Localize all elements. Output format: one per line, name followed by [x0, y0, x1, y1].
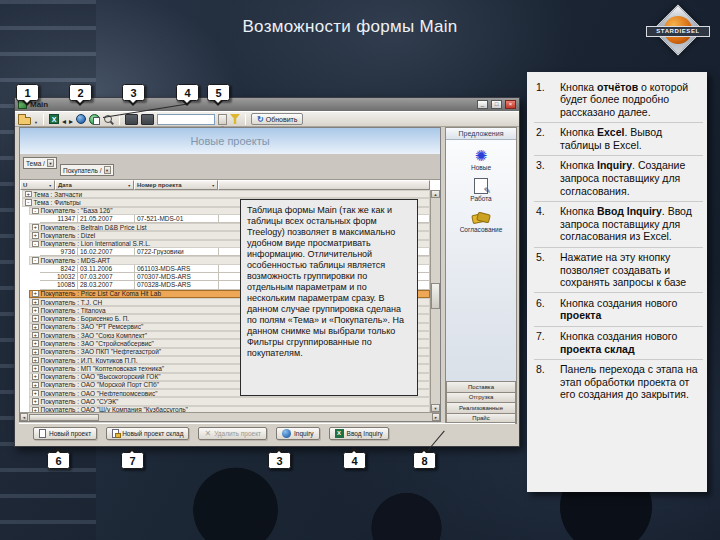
chip-dropdown-icon[interactable]	[104, 166, 111, 174]
callout-6: 6	[47, 452, 70, 469]
expand-toggle-icon[interactable]: +	[32, 324, 39, 331]
scroll-down-icon[interactable]	[431, 404, 440, 412]
cell-id: 11347	[40, 215, 78, 223]
chip-dropdown-icon[interactable]	[47, 159, 54, 167]
projects-table-pane: Новые проекты Тема / Покупатель / U Дата	[19, 127, 441, 422]
app-toolbar: Обновить	[15, 111, 519, 127]
nav-forward-icon[interactable]	[69, 110, 73, 128]
note-item-4: 4. Кнопка Ввод Inquiry. Ввод запроса пос…	[534, 201, 703, 247]
cell-id: 10032	[40, 273, 78, 281]
stage-item[interactable]: Новые	[460, 147, 503, 171]
stage-item[interactable]: Работа	[460, 178, 503, 202]
expand-toggle-icon[interactable]: +	[32, 357, 39, 364]
expand-toggle-icon[interactable]: +	[32, 390, 39, 397]
horizontal-scroll-thumb[interactable]	[29, 414, 99, 421]
stage-list: Новые Работа Согласование	[460, 140, 503, 233]
stage-panel-header: Предложения	[446, 128, 516, 140]
callout-4b: 4	[343, 452, 366, 469]
cell-date: 28.03.2007	[78, 281, 135, 289]
expand-toggle-icon[interactable]: +	[25, 191, 32, 198]
horizontal-scrollbar[interactable]	[20, 412, 440, 421]
open-folder-icon[interactable]	[18, 117, 31, 125]
group-label: Покупатель : Lion International S.R.L.	[41, 240, 151, 247]
excel-export-icon[interactable]	[49, 114, 59, 124]
expand-toggle-icon[interactable]: +	[32, 373, 39, 380]
column-header-id[interactable]: U	[20, 180, 55, 190]
vertical-scrollbar[interactable]	[430, 190, 440, 412]
expand-toggle-icon[interactable]: +	[32, 299, 39, 306]
scroll-left-icon[interactable]	[20, 413, 28, 421]
button-icon	[204, 429, 211, 438]
note-item-1: 1. Кнопка отчётов о которой будет более …	[534, 77, 703, 122]
stage-icon[interactable]	[471, 178, 491, 194]
toolbar-combobox[interactable]	[157, 114, 215, 125]
globe-doc-icon[interactable]	[89, 114, 100, 125]
scroll-right-icon[interactable]	[432, 413, 440, 421]
column-filter-icon[interactable]	[212, 182, 215, 188]
refresh-button[interactable]: Обновить	[251, 113, 303, 125]
expand-toggle-icon[interactable]: -	[32, 257, 39, 264]
stage-icon[interactable]	[471, 147, 491, 163]
column-filter-icon[interactable]	[128, 182, 131, 188]
stage-item[interactable]: Согласование	[460, 209, 503, 233]
expand-toggle-icon[interactable]: +	[32, 398, 39, 405]
expand-toggle-icon[interactable]: +	[32, 315, 39, 322]
stage-button[interactable]: Поставка	[446, 381, 516, 392]
column-header-date[interactable]: Дата	[55, 180, 134, 190]
group-label: Покупатель : МП "Коптеловская техника"	[41, 365, 165, 372]
table-row[interactable]: + Покупатель : ОАО "СУЭК"	[20, 397, 430, 405]
nav-back-icon[interactable]	[62, 110, 66, 128]
maximize-button[interactable]	[491, 100, 502, 109]
bottom-button[interactable]: Inquiry	[276, 427, 320, 440]
table-row[interactable]: + Тема : Запчасти	[20, 190, 430, 198]
group-label: Покупатель : ОАО "Морской Порт СПб"	[41, 381, 160, 388]
expand-toggle-icon[interactable]: +	[32, 365, 39, 372]
group-chip-tema[interactable]: Тема /	[23, 157, 57, 169]
dark-toolbar-button-2[interactable]	[141, 114, 154, 125]
expand-toggle-icon[interactable]: +	[32, 340, 39, 347]
group-label: Тема : Запчасти	[34, 191, 83, 198]
stage-button[interactable]: Реализованные	[446, 402, 516, 413]
folder-dropdown-icon[interactable]	[34, 110, 38, 128]
callout-7: 7	[121, 452, 144, 469]
stage-label: Работа	[470, 195, 491, 202]
group-label: Покупатель : "База 126"	[41, 207, 113, 214]
button-icon	[39, 429, 46, 438]
group-label: Покупатель : Price List Car Koma Hit Lab	[41, 290, 162, 297]
group-chip-buyer[interactable]: Покупатель /	[60, 164, 114, 176]
vertical-scroll-thumb[interactable]	[431, 283, 440, 309]
expand-toggle-icon[interactable]: -	[25, 199, 32, 206]
bottom-button[interactable]: Новый проект склад	[106, 427, 189, 440]
stage-button[interactable]: Отгрузка	[446, 392, 516, 403]
minimize-button[interactable]	[477, 100, 488, 109]
filter-funnel-icon[interactable]	[230, 114, 240, 124]
bottom-button[interactable]: Новый проект	[33, 427, 97, 440]
column-header-project-number[interactable]: Номер проекта	[134, 180, 218, 190]
expand-toggle-icon[interactable]: +	[32, 224, 39, 231]
stage-icon[interactable]	[471, 209, 491, 225]
expand-toggle-icon[interactable]: +	[32, 382, 39, 389]
expand-toggle-icon[interactable]: +	[32, 349, 39, 356]
close-button[interactable]	[505, 100, 516, 109]
group-label: Покупатель : MDS-ART	[41, 257, 111, 264]
combobox-dropdown-icon[interactable]	[218, 114, 227, 125]
expand-toggle-icon[interactable]: +	[32, 307, 39, 314]
bottom-button[interactable]: Удалить проект	[198, 427, 267, 440]
note-item-6: 6. Кнопка создания нового проекта	[534, 292, 703, 325]
group-label: Покупатель : Борисенко Б. П.	[41, 315, 130, 322]
expand-toggle-icon[interactable]: +	[32, 232, 39, 239]
stage-button[interactable]: Прайс	[446, 413, 516, 424]
inquiry-globe-icon[interactable]	[76, 114, 86, 124]
scroll-up-icon[interactable]	[431, 190, 440, 198]
column-headers: U Дата Номер проекта	[20, 180, 430, 190]
expand-toggle-icon[interactable]: +	[32, 290, 39, 297]
toolbar-separator	[43, 114, 44, 125]
expand-toggle-icon[interactable]: -	[32, 241, 39, 248]
notes-panel: 1. Кнопка отчётов о которой будет более …	[527, 72, 707, 492]
expand-toggle-icon[interactable]: -	[32, 208, 39, 215]
dark-toolbar-button-1[interactable]	[125, 114, 138, 125]
bottom-button[interactable]: Ввод Inquiry	[329, 427, 389, 440]
expand-toggle-icon[interactable]: +	[32, 332, 39, 339]
note-item-3: 3. Кнопка Inquiry. Создание запроса пост…	[534, 155, 703, 201]
column-filter-icon[interactable]	[49, 182, 52, 188]
